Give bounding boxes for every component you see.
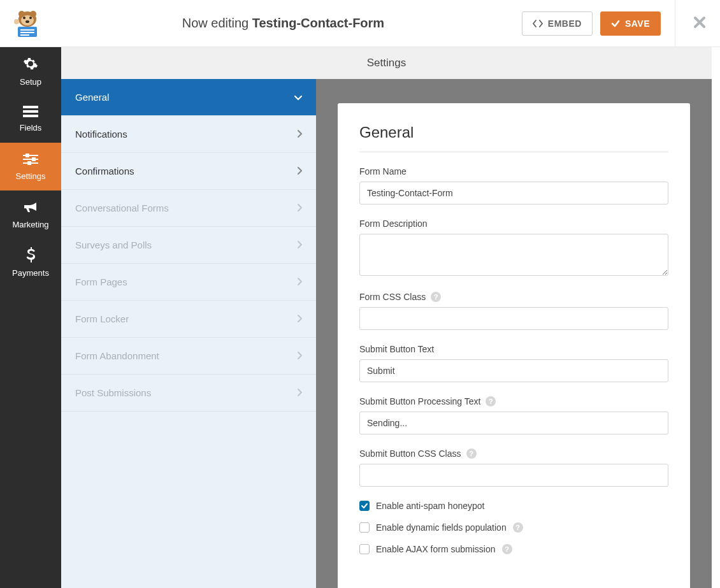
checkbox-ajax-label: Enable AJAX form submission (376, 544, 496, 554)
close-icon (693, 16, 706, 29)
subitem-label: Surveys and Polls (75, 240, 152, 250)
subitem-form-pages[interactable]: Form Pages (61, 264, 316, 301)
divider (675, 0, 675, 47)
css-class-input[interactable] (359, 307, 668, 330)
rail-item-setup[interactable]: Setup (0, 47, 61, 95)
svg-rect-20 (28, 162, 31, 164)
checkbox-dynamic-row: Enable dynamic fields population ? (359, 522, 668, 533)
submit-processing-label-text: Submit Button Processing Text (359, 396, 480, 406)
subitem-label: Notifications (75, 129, 127, 140)
help-icon[interactable]: ? (466, 448, 477, 459)
rail-label: Payments (12, 268, 49, 278)
checkbox-ajax-row: Enable AJAX form submission ? (359, 544, 668, 554)
submit-css-label: Submit Button CSS Class ? (359, 448, 668, 459)
field-submit-text: Submit Button Text (359, 344, 668, 382)
topbar: Now editing Testing-Contact-Form EMBED S… (0, 0, 720, 47)
subitem-surveys-polls[interactable]: Surveys and Polls (61, 227, 316, 264)
settings-sublist: General Notifications Confirmations Conv… (61, 79, 316, 588)
chevron-right-icon (298, 166, 302, 176)
embed-button[interactable]: EMBED (522, 11, 593, 36)
rail-item-settings[interactable]: Settings (0, 143, 61, 190)
subitem-label: Confirmations (75, 166, 134, 176)
subitem-post-submissions[interactable]: Post Submissions (61, 375, 316, 412)
sliders-icon (23, 153, 38, 168)
svg-rect-14 (23, 115, 38, 117)
submit-processing-input[interactable] (359, 412, 668, 434)
main-stage: General Form Name Form Description Form … (316, 79, 712, 588)
help-icon[interactable]: ? (431, 292, 441, 302)
gear-icon (23, 56, 38, 73)
form-name-label: Form Name (359, 166, 668, 176)
sidebar-rail: Setup Fields Settings Marketing Payments (0, 47, 61, 588)
chevron-right-icon (298, 240, 302, 250)
subitem-general[interactable]: General (61, 79, 316, 116)
field-css-class: Form CSS Class ? (359, 292, 668, 330)
checkbox-honeypot[interactable] (359, 501, 370, 511)
chevron-right-icon (298, 203, 302, 213)
subitem-label: Form Locker (75, 313, 129, 324)
subitem-notifications[interactable]: Notifications (61, 116, 316, 153)
rail-label: Marketing (12, 220, 48, 229)
embed-label: EMBED (548, 18, 582, 29)
form-desc-label: Form Description (359, 219, 668, 229)
checkbox-honeypot-label: Enable anti-spam honeypot (376, 501, 484, 511)
bullhorn-icon (23, 200, 38, 216)
rail-label: Setup (20, 77, 41, 87)
chevron-right-icon (298, 276, 302, 287)
rail-item-fields[interactable]: Fields (0, 95, 61, 143)
code-icon (533, 19, 543, 28)
general-settings-card: General Form Name Form Description Form … (338, 103, 690, 588)
close-button[interactable] (693, 16, 707, 31)
field-form-description: Form Description (359, 219, 668, 278)
submit-text-label: Submit Button Text (359, 344, 668, 354)
form-name-input[interactable] (359, 182, 668, 204)
submit-processing-label: Submit Button Processing Text ? (359, 396, 668, 406)
check-icon (361, 503, 368, 508)
subitem-form-abandonment[interactable]: Form Abandonment (61, 338, 316, 375)
svg-rect-19 (32, 158, 35, 161)
checkbox-ajax[interactable] (359, 544, 370, 554)
svg-rect-8 (20, 29, 34, 31)
subitem-conversational-forms[interactable]: Conversational Forms (61, 190, 316, 227)
svg-point-11 (14, 19, 19, 24)
subitem-form-locker[interactable]: Form Locker (61, 301, 316, 338)
section-header: Settings (61, 47, 712, 79)
bear-mascot-icon (11, 8, 43, 39)
subitem-confirmations[interactable]: Confirmations (61, 153, 316, 190)
form-desc-input[interactable] (359, 234, 668, 276)
submit-text-input[interactable] (359, 359, 668, 382)
svg-point-6 (25, 20, 29, 23)
form-title: Testing-Contact-Form (252, 16, 384, 30)
rail-item-marketing[interactable]: Marketing (0, 190, 61, 238)
checkbox-dynamic[interactable] (359, 522, 370, 533)
subitem-label: Conversational Forms (75, 203, 169, 213)
svg-rect-13 (23, 110, 38, 113)
rail-item-payments[interactable]: Payments (0, 238, 61, 286)
save-button[interactable]: SAVE (600, 11, 661, 36)
chevron-right-icon (298, 350, 302, 361)
chevron-right-icon (298, 313, 302, 324)
field-submit-processing: Submit Button Processing Text ? (359, 396, 668, 434)
help-icon[interactable]: ? (502, 544, 512, 554)
svg-point-4 (23, 17, 25, 19)
chevron-right-icon (298, 129, 302, 140)
svg-rect-10 (20, 34, 29, 36)
list-icon (23, 106, 38, 119)
subitem-label: Post Submissions (75, 387, 151, 398)
dollar-icon (25, 247, 36, 264)
subitem-label: Form Abandonment (75, 350, 159, 361)
subitem-label: General (75, 92, 109, 103)
svg-rect-18 (26, 154, 29, 157)
help-icon[interactable]: ? (486, 396, 496, 406)
submit-css-input[interactable] (359, 464, 668, 487)
svg-rect-9 (20, 32, 34, 33)
panel-title: General (359, 124, 668, 152)
rail-label: Settings (16, 171, 46, 181)
checkbox-honeypot-row: Enable anti-spam honeypot (359, 501, 668, 511)
css-class-label-text: Form CSS Class (359, 292, 426, 302)
help-icon[interactable]: ? (513, 522, 523, 533)
svg-point-5 (29, 17, 32, 19)
chevron-down-icon (294, 92, 302, 103)
section-title: Settings (367, 57, 406, 69)
app-logo (10, 6, 45, 41)
